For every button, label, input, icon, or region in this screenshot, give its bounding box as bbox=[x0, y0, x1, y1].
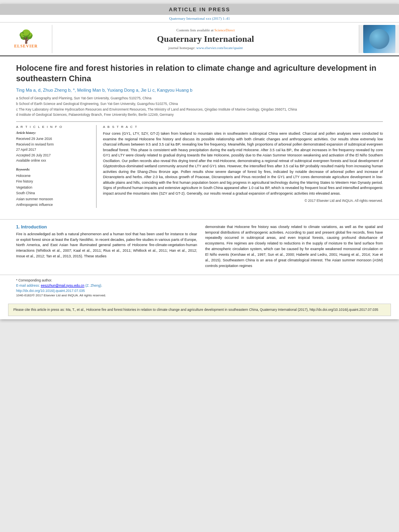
article-info-col: A R T I C L E I N F O Article history: R… bbox=[16, 125, 97, 208]
article-body: Holocene fire and forest histories in re… bbox=[0, 56, 399, 214]
received-revised-label: Received in revised form bbox=[16, 142, 91, 148]
sciencedirect-link[interactable]: ScienceDirect bbox=[214, 28, 234, 32]
globe-icon bbox=[369, 29, 389, 49]
available-online: Available online xxx bbox=[16, 158, 91, 164]
revised-date: 27 April 2017 bbox=[16, 147, 91, 153]
affiliation-b: b School of Earth Science and Geological… bbox=[16, 101, 383, 107]
doi-line: http://dx.doi.org/10.1016/j.quaint.2017.… bbox=[16, 289, 383, 293]
thumb-image bbox=[363, 25, 395, 53]
accepted-date: Accepted 26 July 2017 bbox=[16, 153, 91, 158]
affiliation-a: a School of Geography and Planning, Sun … bbox=[16, 96, 383, 101]
homepage-link[interactable]: www.elsevier.com/locate/quaint bbox=[196, 46, 243, 50]
elsevier-label: ELSEVIER bbox=[14, 44, 38, 48]
contents-line: Contents lists available at ScienceDirec… bbox=[177, 28, 235, 32]
page-footer: * Corresponding author. E-mail address: … bbox=[0, 275, 399, 300]
intro-left-text: Fire is acknowledged as both a natural p… bbox=[16, 232, 197, 260]
keyword-5: Asian summer monsoon bbox=[16, 196, 91, 202]
journal-center: Contents lists available at ScienceDirec… bbox=[52, 25, 359, 53]
corresponding-note: * Corresponding author. bbox=[16, 278, 383, 282]
abstract-text: Four cores (GY1, LTY, SZY, GT-2) taken f… bbox=[103, 131, 383, 196]
elsevier-tree-icon: 🌳 bbox=[18, 30, 34, 43]
keywords-list: Holocene Fire history Vegetation South C… bbox=[16, 173, 91, 208]
introduction-section: 1. Introduction Fire is acknowledged as … bbox=[0, 224, 399, 269]
article-meta-section: A R T I C L E I N F O Article history: R… bbox=[16, 121, 383, 208]
journal-homepage: journal homepage: www.elsevier.com/locat… bbox=[169, 46, 243, 50]
abstract-label: A B S T R A C T bbox=[103, 125, 383, 129]
affiliations: a School of Geography and Planning, Sun … bbox=[16, 96, 383, 117]
intro-left-col: 1. Introduction Fire is acknowledged as … bbox=[16, 224, 197, 269]
article-info-label: A R T I C L E I N F O bbox=[16, 125, 91, 129]
keyword-1: Holocene bbox=[16, 173, 91, 179]
abstract-col: A B S T R A C T Four cores (GY1, LTY, SZ… bbox=[103, 125, 383, 208]
keyword-4: South China bbox=[16, 190, 91, 196]
article-title: Holocene fire and forest histories in re… bbox=[16, 63, 383, 84]
article-in-press-banner: ARTICLE IN PRESS bbox=[0, 4, 399, 15]
bottom-notice: Please cite this article in press as: Ma… bbox=[8, 304, 391, 316]
journal-logo: 🌳 ELSEVIER bbox=[0, 25, 52, 53]
email-name: (Z. Zheng). bbox=[85, 283, 102, 288]
intro-right-col: demonstrate that Holocene fire history w… bbox=[205, 224, 383, 269]
keyword-6: Anthropogenic influence bbox=[16, 202, 91, 207]
intro-section-title: 1. Introduction bbox=[16, 224, 197, 229]
intro-right-text: demonstrate that Holocene fire history w… bbox=[205, 224, 383, 269]
copyright-line: © 2017 Elsevier Ltd and INQUA. All right… bbox=[103, 199, 383, 203]
keywords-section: Keywords: Holocene Fire history Vegetati… bbox=[16, 168, 91, 208]
keyword-3: Vegetation bbox=[16, 185, 91, 190]
article-history: Article history: Received 29 June 2016 R… bbox=[16, 131, 91, 164]
email-label: E-mail address: bbox=[16, 283, 40, 288]
received-date: Received 29 June 2016 bbox=[16, 136, 91, 142]
affiliation-d: d Institute of Geological Sciences, Pala… bbox=[16, 112, 383, 117]
keywords-label: Keywords: bbox=[16, 168, 91, 171]
history-heading: Article history: bbox=[16, 131, 91, 135]
journal-title: Quaternary International bbox=[157, 34, 254, 44]
journal-thumbnail bbox=[359, 25, 399, 53]
email-link[interactable]: eeszzhun@mail.sysu.edu.cn bbox=[41, 283, 84, 288]
citation-line: Quaternary International xxx (2017) 1–41 bbox=[0, 15, 399, 23]
authors-line: Ting Ma a, d, Zhuo Zheng b, *, Meiling M… bbox=[16, 88, 383, 92]
affiliation-c: c The Key Laboratory of Marine Hydrocarb… bbox=[16, 107, 383, 112]
section-divider bbox=[0, 219, 399, 220]
keyword-2: Fire history bbox=[16, 179, 91, 184]
issn-line: 1040-6182/© 2017 Elsevier Ltd and INQUA.… bbox=[16, 294, 383, 297]
email-line: E-mail address: eeszzhun@mail.sysu.edu.c… bbox=[16, 283, 383, 288]
journal-header: 🌳 ELSEVIER Contents lists available at S… bbox=[0, 23, 399, 56]
